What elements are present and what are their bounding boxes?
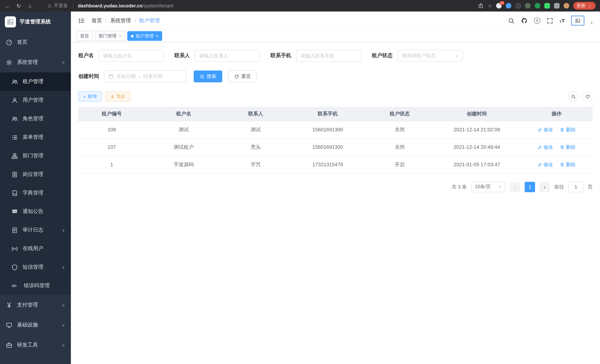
sidebar-item-role[interactable]: 角色管理 xyxy=(0,110,71,128)
status-select[interactable]: 请选择租户状态 ∨ xyxy=(397,50,463,62)
cell-phone: 15601691300 xyxy=(289,138,366,156)
reset-button[interactable]: 重置 xyxy=(228,71,257,82)
sidebar-item-user[interactable]: 用户管理 xyxy=(0,91,71,110)
sidebar-item-post[interactable]: 岗位管理 xyxy=(0,165,71,184)
help-icon[interactable]: ? xyxy=(534,18,540,24)
sidebar-item-online-user[interactable]: 在线用户 xyxy=(0,239,71,258)
table-toolbar: + 新增 导出 xyxy=(78,91,593,102)
button-label: 重置 xyxy=(241,73,251,80)
breadcrumb-item[interactable]: 首页 xyxy=(92,17,102,24)
browser-home-icon[interactable]: ⌂ xyxy=(27,3,33,9)
contact-input[interactable] xyxy=(199,53,256,58)
sidebar-item-menu[interactable]: 菜单管理 xyxy=(0,128,71,147)
sidebar-item-tenant[interactable]: 租户管理 xyxy=(0,72,71,91)
sidebar-item-dict[interactable]: 字典管理 xyxy=(0,184,71,202)
field-label: 联系手机 xyxy=(271,52,291,59)
cell-phone: 17321315478 xyxy=(289,156,366,173)
cell-contact: 芋艿 xyxy=(222,156,289,173)
app-logo[interactable]: 芋道管理系统 xyxy=(0,11,71,32)
sidebar-item-dept[interactable]: 部门管理 xyxy=(0,147,71,165)
sidebar-item-payment[interactable]: 支付管理 ∨ xyxy=(0,295,71,315)
close-icon[interactable]: × xyxy=(156,33,159,38)
back-icon[interactable]: ← xyxy=(4,3,11,9)
divider xyxy=(73,3,73,8)
sidebar-item-system[interactable]: 系统管理 ∧ xyxy=(0,52,71,72)
sidebar-item-devtools[interactable]: 研发工具 ∨ xyxy=(0,335,71,355)
security-chip[interactable]: ⚠ 不安全 xyxy=(47,3,68,9)
page-size-select[interactable]: 10条/页 ∨ xyxy=(471,182,505,192)
search-button[interactable]: 搜索 xyxy=(194,71,222,82)
sidebar-item-label: 系统管理 xyxy=(17,59,38,66)
share-icon[interactable] xyxy=(478,3,484,9)
delete-button[interactable]: 删除 xyxy=(560,161,576,168)
goto-page-input[interactable] xyxy=(568,182,583,192)
document-icon xyxy=(11,227,18,233)
sidebar-item-error-code[interactable]: </> 错误码管理 xyxy=(0,276,71,295)
pagination-total: 共 3 条 xyxy=(452,184,467,190)
sidebar-item-home[interactable]: 首页 xyxy=(0,32,71,52)
sidebar-item-infra[interactable]: 基础设施 ∨ xyxy=(0,315,71,335)
refresh-button[interactable] xyxy=(582,91,593,102)
column-header: 联系人 xyxy=(222,107,289,121)
cell-status: 关闭 xyxy=(366,121,433,138)
close-icon[interactable]: × xyxy=(119,33,121,38)
sidebar-item-notice[interactable]: 通知公告 xyxy=(0,202,71,221)
puzzle-icon[interactable] xyxy=(554,3,560,9)
tab-home[interactable]: 首页 xyxy=(76,31,93,41)
sidebar-fold-icon[interactable] xyxy=(78,17,85,24)
sidebar-item-sms[interactable]: 短信管理 ∨ xyxy=(0,258,71,276)
column-header: 租户名 xyxy=(145,107,222,121)
cell-created: 2021-12-14 20:49:44 xyxy=(433,138,521,156)
extension-icon[interactable] xyxy=(544,3,550,9)
extension-icon[interactable] xyxy=(506,3,511,9)
date-range-picker[interactable]: 开始日期 - 结束日期 xyxy=(104,71,186,82)
chevron-down-icon: ∨ xyxy=(62,265,65,270)
address-bar[interactable]: dashboard.yudao.iocoder.cn/system/tenant xyxy=(78,3,173,9)
sidebar-item-label: 支付管理 xyxy=(17,302,38,308)
extension-icon[interactable] xyxy=(525,3,531,9)
current-page-button[interactable]: 1 xyxy=(525,182,535,192)
toggle-search-button[interactable] xyxy=(568,91,579,102)
caret-down-icon[interactable]: ▾ xyxy=(591,21,593,25)
extension-icon[interactable]: 10 xyxy=(496,3,502,9)
bookmark-star-icon[interactable]: ☆ xyxy=(488,3,492,9)
breadcrumb-item[interactable]: 系统管理 xyxy=(110,17,131,24)
prev-page-button[interactable]: ‹ xyxy=(510,182,520,192)
tenant-name-input[interactable] xyxy=(103,53,159,58)
cell-tenant-name: 测试 xyxy=(145,121,222,138)
cell-phone: 15601691300 xyxy=(289,121,366,138)
avatar[interactable] xyxy=(571,16,584,26)
delete-button[interactable]: 删除 xyxy=(560,126,576,133)
next-page-button[interactable]: › xyxy=(540,182,550,192)
phone-input[interactable] xyxy=(300,53,357,58)
add-button[interactable]: + 新增 xyxy=(78,91,102,102)
search-icon[interactable] xyxy=(508,17,515,24)
github-icon[interactable] xyxy=(521,17,528,24)
filter-row-2: 创建时间 开始日期 - 结束日期 搜索 重置 xyxy=(78,71,593,82)
edit-button[interactable]: 修改 xyxy=(537,126,553,133)
update-button[interactable]: 更新 ⋮ xyxy=(573,2,596,10)
message-icon xyxy=(11,208,18,215)
sidebar-item-label: 角色管理 xyxy=(23,115,43,122)
link-label: 删除 xyxy=(566,161,576,168)
delete-button[interactable]: 删除 xyxy=(560,144,576,150)
extension-icon[interactable] xyxy=(516,3,521,9)
download-icon xyxy=(110,94,114,99)
sidebar-item-audit-log[interactable]: 审计日志 ∨ xyxy=(0,221,71,239)
date-start[interactable]: 开始日期 xyxy=(116,73,136,80)
date-end[interactable]: 结束日期 xyxy=(143,73,163,80)
font-size-icon[interactable]: TT xyxy=(560,18,565,24)
button-label: 新增 xyxy=(88,93,97,100)
export-button[interactable]: 导出 xyxy=(105,91,130,102)
org-tree-icon xyxy=(11,153,18,159)
tab-dept[interactable]: 部门管理 × xyxy=(95,31,125,41)
reload-icon[interactable]: ↻ xyxy=(16,3,22,9)
edit-button[interactable]: 修改 xyxy=(537,161,553,168)
main-area: 首页 / 系统管理 / 租户管理 ? TT ▾ xyxy=(71,11,600,364)
tab-tenant[interactable]: 租户管理 × xyxy=(127,31,162,41)
refresh-icon xyxy=(234,74,239,79)
fullscreen-icon[interactable] xyxy=(547,17,553,24)
profile-avatar[interactable] xyxy=(564,3,569,9)
extension-icon[interactable] xyxy=(535,3,540,9)
edit-button[interactable]: 修改 xyxy=(537,144,553,150)
